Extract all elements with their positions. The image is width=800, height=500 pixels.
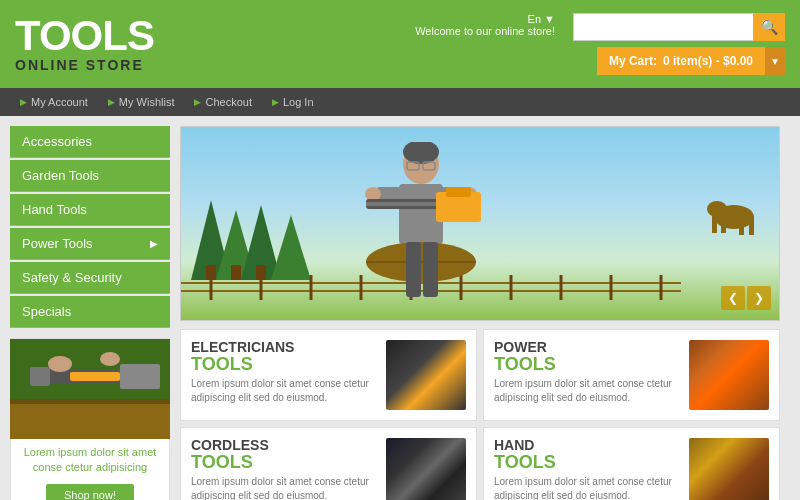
product-name: TOOLS bbox=[494, 453, 681, 471]
product-thumbnail bbox=[386, 438, 466, 500]
svg-rect-40 bbox=[446, 187, 471, 197]
product-card-cordless: CORDLESS TOOLS Lorem ipsum dolor sit ame… bbox=[180, 427, 477, 500]
nav-my-account[interactable]: ▶ My Account bbox=[10, 96, 98, 108]
svg-point-7 bbox=[100, 352, 120, 366]
product-category: HAND bbox=[494, 438, 681, 453]
svg-marker-12 bbox=[271, 215, 311, 280]
sidebar-item-power-tools[interactable]: Power Tools ▶ bbox=[10, 228, 170, 260]
logo-main: TOOLS bbox=[15, 15, 154, 57]
product-card-hand: HAND TOOLS Lorem ipsum dolor sit amet co… bbox=[483, 427, 780, 500]
svg-rect-50 bbox=[749, 217, 754, 235]
svg-rect-4 bbox=[30, 367, 50, 386]
sidebar-item-hand-tools[interactable]: Hand Tools bbox=[10, 194, 170, 226]
language-selector[interactable]: En ▼ bbox=[528, 13, 555, 25]
product-category: CORDLESS bbox=[191, 438, 378, 453]
product-text: ELECTRICIANS TOOLS Lorem ipsum dolor sit… bbox=[191, 340, 378, 410]
nav-arrow: ▶ bbox=[272, 97, 279, 107]
chevron-right-icon: ▶ bbox=[150, 238, 158, 249]
nav-label: Checkout bbox=[205, 96, 251, 108]
sidebar-item-safety-security[interactable]: Safety & Security bbox=[10, 262, 170, 294]
search-input[interactable] bbox=[573, 13, 753, 41]
product-description: Lorem ipsum dolor sit amet conse ctetur … bbox=[494, 377, 681, 405]
sidebar-product-image bbox=[10, 339, 170, 439]
sidebar: Accessories Garden Tools Hand Tools Powe… bbox=[10, 126, 170, 500]
hero-banner: ❮ ❯ bbox=[180, 126, 780, 321]
nav-login[interactable]: ▶ Log In bbox=[262, 96, 324, 108]
sidebar-item-label: Safety & Security bbox=[22, 270, 122, 285]
sidebar-item-accessories[interactable]: Accessories bbox=[10, 126, 170, 158]
header-right: 🔍 My Cart: 0 item(s) - $0.00 ▼ bbox=[573, 13, 785, 75]
product-text: CORDLESS TOOLS Lorem ipsum dolor sit ame… bbox=[191, 438, 378, 500]
svg-point-46 bbox=[707, 201, 727, 217]
svg-rect-49 bbox=[739, 219, 744, 235]
cart-count: 0 item(s) - $0.00 bbox=[663, 54, 753, 68]
product-text: POWER TOOLS Lorem ipsum dolor sit amet c… bbox=[494, 340, 681, 410]
hand-tools-image bbox=[689, 438, 769, 500]
cart-label: My Cart: bbox=[609, 54, 657, 68]
sidebar-item-label: Specials bbox=[22, 304, 71, 319]
svg-rect-48 bbox=[721, 217, 726, 233]
sidebar-item-label: Hand Tools bbox=[22, 202, 87, 217]
search-icon: 🔍 bbox=[761, 19, 778, 35]
hero-prev-button[interactable]: ❮ bbox=[721, 286, 745, 310]
sidebar-item-garden-tools[interactable]: Garden Tools bbox=[10, 160, 170, 192]
sidebar-item-specials[interactable]: Specials bbox=[10, 296, 170, 328]
product-thumbnail bbox=[689, 340, 769, 410]
product-name: TOOLS bbox=[191, 355, 378, 373]
main-content: Accessories Garden Tools Hand Tools Powe… bbox=[0, 116, 800, 500]
svg-rect-47 bbox=[712, 215, 717, 233]
cordless-tools-image bbox=[386, 438, 466, 500]
product-description: Lorem ipsum dolor sit amet conse ctetur … bbox=[494, 475, 681, 500]
svg-rect-0 bbox=[10, 399, 170, 439]
product-card-power: POWER TOOLS Lorem ipsum dolor sit amet c… bbox=[483, 329, 780, 421]
nav-my-wishlist[interactable]: ▶ My Wishlist bbox=[98, 96, 185, 108]
logo: TOOLS ONLINE STORE bbox=[15, 15, 154, 73]
logo-subtitle: ONLINE STORE bbox=[15, 57, 154, 73]
hero-person bbox=[341, 142, 501, 317]
sidebar-product-desc: Lorem ipsum dolor sit amet conse ctetur … bbox=[11, 439, 169, 480]
sidebar-product-card: Lorem ipsum dolor sit amet conse ctetur … bbox=[10, 338, 170, 500]
product-description: Lorem ipsum dolor sit amet conse ctetur … bbox=[191, 377, 378, 405]
product-name: TOOLS bbox=[494, 355, 681, 373]
product-name: TOOLS bbox=[191, 453, 378, 471]
product-grid: ELECTRICIANS TOOLS Lorem ipsum dolor sit… bbox=[180, 329, 780, 500]
cart-dropdown-icon[interactable]: ▼ bbox=[765, 47, 785, 75]
lang-welcome: En ▼ Welcome to our online store! bbox=[415, 13, 555, 37]
svg-rect-44 bbox=[423, 242, 438, 297]
sidebar-item-label: Power Tools bbox=[22, 236, 93, 251]
sidebar-item-label: Accessories bbox=[22, 134, 92, 149]
svg-rect-5 bbox=[120, 364, 160, 389]
hero-horse bbox=[699, 187, 759, 237]
nav-arrow: ▶ bbox=[108, 97, 115, 107]
svg-rect-43 bbox=[406, 242, 421, 297]
nav-arrow: ▶ bbox=[20, 97, 27, 107]
nav-label: My Account bbox=[31, 96, 88, 108]
header: TOOLS ONLINE STORE En ▼ Welcome to our o… bbox=[0, 0, 800, 88]
navbar: ▶ My Account ▶ My Wishlist ▶ Checkout ▶ … bbox=[0, 88, 800, 116]
sidebar-item-label: Garden Tools bbox=[22, 168, 99, 183]
welcome-message: Welcome to our online store! bbox=[415, 25, 555, 37]
cart-button[interactable]: My Cart: 0 item(s) - $0.00 bbox=[597, 47, 765, 75]
nav-label: My Wishlist bbox=[119, 96, 175, 108]
product-text: HAND TOOLS Lorem ipsum dolor sit amet co… bbox=[494, 438, 681, 500]
cart-area: My Cart: 0 item(s) - $0.00 ▼ bbox=[597, 47, 785, 75]
electrician-tools-image bbox=[386, 340, 466, 410]
nav-label: Log In bbox=[283, 96, 314, 108]
svg-point-35 bbox=[365, 187, 381, 201]
top-controls: En ▼ Welcome to our online store! 🔍 My C… bbox=[415, 13, 785, 75]
product-category: ELECTRICIANS bbox=[191, 340, 378, 355]
product-card-electricians: ELECTRICIANS TOOLS Lorem ipsum dolor sit… bbox=[180, 329, 477, 421]
svg-rect-8 bbox=[70, 372, 120, 381]
shop-now-button[interactable]: Shop now! bbox=[46, 484, 134, 500]
search-row: 🔍 bbox=[573, 13, 785, 41]
nav-arrow: ▶ bbox=[194, 97, 201, 107]
power-tools-image bbox=[689, 340, 769, 410]
product-description: Lorem ipsum dolor sit amet conse ctetur … bbox=[191, 475, 378, 500]
hero-next-button[interactable]: ❯ bbox=[747, 286, 771, 310]
product-thumbnail bbox=[386, 340, 466, 410]
nav-checkout[interactable]: ▶ Checkout bbox=[184, 96, 261, 108]
center-content: ❮ ❯ ELECTRICIANS TOOLS Lorem ipsum dolor… bbox=[170, 126, 790, 500]
product-category: POWER bbox=[494, 340, 681, 355]
svg-point-6 bbox=[48, 356, 72, 372]
search-button[interactable]: 🔍 bbox=[753, 13, 785, 41]
